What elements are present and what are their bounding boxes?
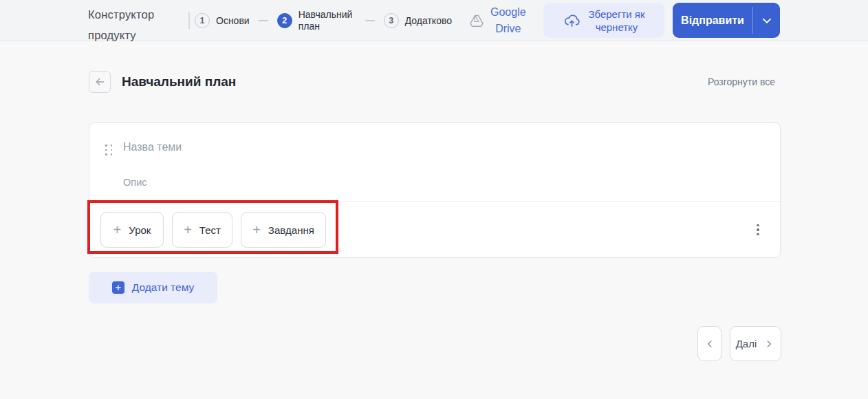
topic-description-input[interactable] xyxy=(123,177,563,188)
step-2-circle: 2 xyxy=(277,13,292,28)
topic-card: + Урок + Тест + Завдання xyxy=(89,122,781,258)
app-title-line1: Конструктор xyxy=(88,4,154,25)
cloud-upload-icon xyxy=(563,11,581,30)
expand-all-button[interactable]: Розгорнути все xyxy=(708,76,775,87)
save-draft-button[interactable]: Зберегти як чернетку xyxy=(543,3,664,38)
card-divider xyxy=(89,201,780,202)
plus-icon: + xyxy=(184,223,192,237)
add-task-label: Завдання xyxy=(268,224,314,236)
google-drive-label: Google Drive xyxy=(490,4,526,37)
step-2-label: Навчальний план xyxy=(299,9,356,32)
prev-page-button[interactable] xyxy=(697,326,721,361)
step-basics[interactable]: 1 Основи xyxy=(195,13,250,28)
arrow-left-icon xyxy=(93,75,107,89)
step-curriculum[interactable]: 2 Навчальний план xyxy=(277,9,356,32)
add-lesson-label: Урок xyxy=(129,224,151,236)
save-draft-label: Зберегти як чернетку xyxy=(588,8,644,34)
plus-icon: + xyxy=(252,223,261,237)
step-additional[interactable]: 3 Додатково xyxy=(384,13,452,28)
submit-dropdown-button[interactable] xyxy=(753,3,780,38)
chevron-down-icon xyxy=(760,14,774,28)
next-page-button[interactable]: Далі xyxy=(730,326,781,361)
submit-button[interactable]: Відправити xyxy=(673,3,752,38)
plus-square-icon: + xyxy=(112,281,124,294)
kebab-icon xyxy=(757,224,759,227)
google-drive-icon xyxy=(468,12,485,29)
next-page-label: Далі xyxy=(736,338,757,349)
back-button[interactable] xyxy=(89,71,111,93)
step-3-circle: 3 xyxy=(384,13,399,28)
add-topic-button[interactable]: + Додати тему xyxy=(89,272,217,303)
step-3-label: Додатково xyxy=(405,15,452,27)
add-topic-label: Додати тему xyxy=(132,281,194,294)
topic-name-input[interactable] xyxy=(123,141,563,153)
app-title-line2: продукту xyxy=(88,25,154,45)
drag-handle-icon[interactable] xyxy=(105,144,113,156)
add-lesson-button[interactable]: + Урок xyxy=(100,212,164,248)
stepper: 1 Основи 2 Навчальний план 3 Додатково xyxy=(195,0,452,41)
header-bar: Конструктор продукту 1 Основи 2 Навчальн… xyxy=(0,0,868,41)
topic-menu-button[interactable] xyxy=(748,220,768,239)
add-test-button[interactable]: + Тест xyxy=(172,212,232,248)
plus-icon: + xyxy=(113,223,122,237)
app-title: Конструктор продукту xyxy=(88,4,154,45)
product-constructor-page: Конструктор продукту 1 Основи 2 Навчальн… xyxy=(0,0,868,399)
add-test-label: Тест xyxy=(199,224,221,236)
step-separator-icon xyxy=(259,20,268,21)
add-task-button[interactable]: + Завдання xyxy=(241,212,326,248)
page-title: Навчальний план xyxy=(122,74,236,89)
step-1-circle: 1 xyxy=(195,13,210,28)
google-drive-button[interactable]: Google Drive xyxy=(468,6,526,35)
step-separator-icon xyxy=(365,20,375,21)
chevron-right-icon xyxy=(763,338,775,350)
submit-split-button: Відправити xyxy=(673,3,780,38)
header-divider xyxy=(188,12,190,29)
step-1-label: Основи xyxy=(216,15,250,27)
chevron-left-icon xyxy=(704,338,716,350)
